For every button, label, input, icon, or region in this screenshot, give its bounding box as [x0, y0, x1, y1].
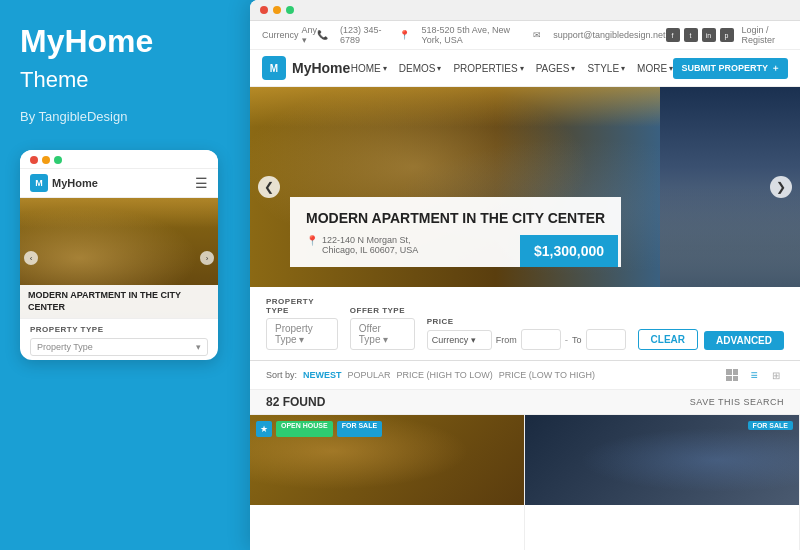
pages-caret: ▾: [571, 64, 575, 73]
advanced-button[interactable]: ADVANCED: [704, 331, 784, 350]
nav-item-home[interactable]: HOME ▾: [351, 63, 387, 74]
sort-popular[interactable]: POPULAR: [348, 370, 391, 380]
mobile-top-bar: [20, 150, 218, 169]
mobile-pt-select[interactable]: Property Type ▾: [30, 338, 208, 356]
card-2-forsale-badge: FOR SALE: [748, 421, 793, 430]
currency-value[interactable]: Any ▾: [302, 25, 318, 45]
mobile-prev-arrow[interactable]: ‹: [24, 251, 38, 265]
price-from-input[interactable]: [521, 329, 561, 350]
sort-newest[interactable]: NEWEST: [303, 370, 342, 380]
nav-items: HOME ▾ DEMOS ▾ PROPERTIES ▾ PAGES ▾ STYL…: [351, 63, 673, 74]
property-card-2[interactable]: FOR SALE: [525, 415, 800, 550]
results-count: 82 FOUND: [266, 395, 325, 409]
sort-bar: Sort by: NEWEST POPULAR PRICE (HIGH TO L…: [250, 361, 800, 390]
search-bar: PROPERTY TYPE Property Type ▾ OFFER TYPE…: [250, 287, 800, 361]
nav-item-pages[interactable]: PAGES ▾: [536, 63, 576, 74]
mobile-next-arrow[interactable]: ›: [200, 251, 214, 265]
phone-icon: 📞: [317, 30, 328, 40]
mobile-logo-area: M MyHome: [30, 174, 98, 192]
compact-view-icon[interactable]: ⊞: [768, 367, 784, 383]
nav-item-properties[interactable]: PROPERTIES ▾: [453, 63, 523, 74]
demos-caret: ▾: [437, 64, 441, 73]
hero-section: ❮ ❯ MODERN APARTMENT IN THE CITY CENTER …: [250, 87, 800, 287]
offer-type-select[interactable]: Offer Type ▾: [350, 318, 415, 350]
property-type-select[interactable]: Property Type ▾: [266, 318, 338, 350]
mobile-hero: ‹ › MODERN APARTMENT IN THE CITY CENTER: [20, 198, 218, 318]
facebook-icon[interactable]: f: [666, 28, 680, 42]
currency-selector[interactable]: Currency Any ▾: [262, 25, 317, 45]
results-header: 82 FOUND SAVE THIS SEARCH: [250, 390, 800, 415]
pinterest-icon[interactable]: p: [720, 28, 734, 42]
location-icon: 📍: [399, 30, 410, 40]
login-register[interactable]: Login / Register: [742, 25, 788, 45]
sort-label: Sort by:: [266, 370, 297, 380]
card-1-star-badge: ★: [256, 421, 272, 437]
browser-dot-green[interactable]: [286, 6, 294, 14]
nav-item-demos[interactable]: DEMOS ▾: [399, 63, 442, 74]
sort-price-low[interactable]: PRICE (LOW TO HIGH): [499, 370, 595, 380]
hero-caption-title: MODERN APARTMENT IN THE CITY CENTER: [306, 209, 605, 227]
brand-subtitle: Theme: [20, 67, 220, 93]
mobile-mockup: M MyHome ☰ ‹ › MODERN APARTMENT IN THE C…: [20, 150, 218, 360]
cards-row: ★ OPEN HOUSE FOR SALE FOR SALE: [250, 415, 800, 550]
mobile-dot-red: [30, 156, 38, 164]
offer-type-field: OFFER TYPE Offer Type ▾: [350, 306, 415, 350]
hero-next-button[interactable]: ❯: [770, 176, 792, 198]
price-to-input[interactable]: [586, 329, 626, 350]
brand-title: MyHome: [20, 24, 220, 59]
submit-icon: ＋: [771, 62, 780, 75]
card-1-image: ★ OPEN HOUSE FOR SALE: [250, 415, 524, 505]
sort-left: Sort by: NEWEST POPULAR PRICE (HIGH TO L…: [266, 370, 595, 380]
save-search[interactable]: SAVE THIS SEARCH: [690, 397, 784, 407]
main-nav: M MyHome HOME ▾ DEMOS ▾ PROPERTIES ▾ PAG…: [250, 50, 800, 87]
desktop-browser: Currency Any ▾ 📞 (123) 345-6789 📍 518-52…: [250, 0, 800, 550]
mobile-property-type: PROPERTY TYPE Property Type ▾: [20, 318, 218, 360]
mobile-logo-icon: M: [30, 174, 48, 192]
style-caret: ▾: [621, 64, 625, 73]
nav-item-style[interactable]: STYLE ▾: [587, 63, 625, 74]
list-view-icon[interactable]: ≡: [746, 367, 762, 383]
hamburger-icon[interactable]: ☰: [195, 175, 208, 191]
browser-dot-red[interactable]: [260, 6, 268, 14]
mobile-pt-placeholder: Property Type: [37, 342, 93, 352]
property-card-1[interactable]: ★ OPEN HOUSE FOR SALE: [250, 415, 525, 550]
twitter-icon[interactable]: t: [684, 28, 698, 42]
sort-price-high[interactable]: PRICE (HIGH TO LOW): [397, 370, 493, 380]
mobile-hero-caption: MODERN APARTMENT IN THE CITY CENTER: [20, 285, 218, 318]
currency-dropdown[interactable]: Currency ▾: [427, 330, 492, 350]
mobile-ceiling: [20, 198, 218, 228]
home-caret: ▾: [383, 64, 387, 73]
submit-property-button[interactable]: SUBMIT PROPERTY ＋: [673, 58, 788, 79]
mobile-dots: [30, 156, 62, 164]
card-1-badges: ★ OPEN HOUSE FOR SALE: [256, 421, 382, 437]
email-icon: ✉: [533, 30, 541, 40]
nav-logo-icon: M: [262, 56, 286, 80]
browser-dot-yellow[interactable]: [273, 6, 281, 14]
email: support@tangibledesign.net: [553, 30, 665, 40]
sort-right: ≡ ⊞: [724, 367, 784, 383]
browser-chrome: [250, 0, 800, 21]
mobile-pt-caret: ▾: [196, 342, 201, 352]
instagram-icon[interactable]: in: [702, 28, 716, 42]
utility-center: 📞 (123) 345-6789 📍 518-520 5th Ave, New …: [317, 25, 665, 45]
price-field: PRICE Currency ▾ From - To: [427, 317, 626, 350]
card-2-image: FOR SALE: [525, 415, 799, 505]
properties-caret: ▾: [520, 64, 524, 73]
utility-bar: Currency Any ▾ 📞 (123) 345-6789 📍 518-52…: [250, 21, 800, 50]
hero-ceiling: [250, 87, 660, 127]
clear-button[interactable]: CLEAR: [638, 329, 698, 350]
mobile-logo-text: MyHome: [52, 177, 98, 189]
nav-logo-text: MyHome: [292, 60, 350, 76]
mobile-nav-bar: M MyHome ☰: [20, 169, 218, 198]
nav-logo[interactable]: M MyHome: [262, 56, 350, 80]
hero-buildings: [660, 187, 800, 287]
phone-number: (123) 345-6789: [340, 25, 387, 45]
property-type-field: PROPERTY TYPE Property Type ▾: [266, 297, 338, 350]
brand-by: By TangibleDesign: [20, 109, 220, 124]
hero-prev-button[interactable]: ❮: [258, 176, 280, 198]
social-icons: f t in p: [666, 28, 734, 42]
nav-item-more[interactable]: MORE ▾: [637, 63, 673, 74]
grid-view-icon[interactable]: [724, 367, 740, 383]
card-1-sale-badge: FOR SALE: [337, 421, 382, 437]
left-panel: MyHome Theme By TangibleDesign M MyHome …: [0, 0, 240, 550]
